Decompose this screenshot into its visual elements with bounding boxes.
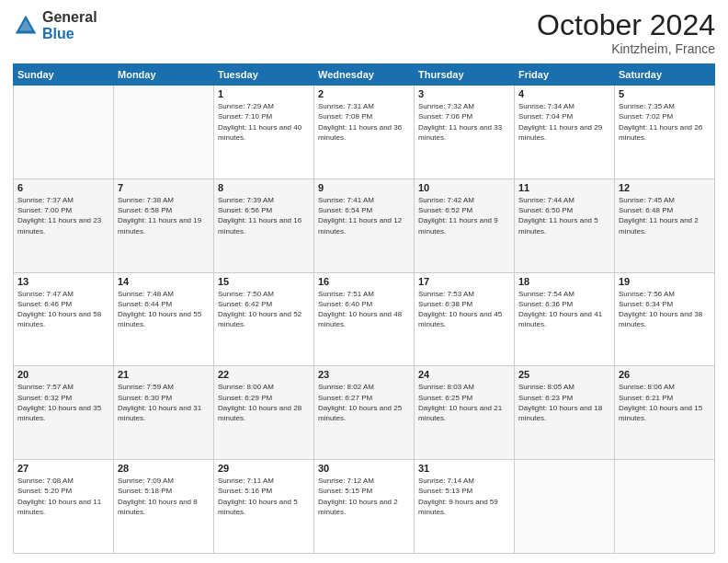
day-info: Sunrise: 8:00 AMSunset: 6:29 PMDaylight:… xyxy=(218,382,310,423)
calendar-cell xyxy=(14,86,114,179)
month-title: October 2024 xyxy=(537,9,715,41)
header: General Blue October 2024 Kintzheim, Fra… xyxy=(13,9,715,56)
day-info: Sunrise: 7:48 AMSunset: 6:44 PMDaylight:… xyxy=(118,289,210,330)
day-number: 14 xyxy=(118,276,210,287)
calendar-cell: 29Sunrise: 7:11 AMSunset: 5:16 PMDayligh… xyxy=(214,460,314,554)
day-info: Sunrise: 7:37 AMSunset: 7:00 PMDaylight:… xyxy=(17,195,109,236)
logo: General Blue xyxy=(13,9,97,41)
calendar-week-row: 1Sunrise: 7:29 AMSunset: 7:10 PMDaylight… xyxy=(14,86,715,179)
col-wednesday: Wednesday xyxy=(314,64,415,86)
calendar-cell: 27Sunrise: 7:08 AMSunset: 5:20 PMDayligh… xyxy=(14,460,114,554)
day-info: Sunrise: 7:29 AMSunset: 7:10 PMDaylight:… xyxy=(218,101,310,143)
logo-text: General Blue xyxy=(42,9,97,41)
day-info: Sunrise: 7:50 AMSunset: 6:42 PMDaylight:… xyxy=(218,289,310,330)
calendar-cell xyxy=(114,86,214,179)
day-info: Sunrise: 7:38 AMSunset: 6:58 PMDaylight:… xyxy=(118,195,210,236)
day-number: 25 xyxy=(518,369,610,380)
day-info: Sunrise: 7:12 AMSunset: 5:15 PMDaylight:… xyxy=(318,476,410,517)
calendar-cell: 5Sunrise: 7:35 AMSunset: 7:02 PMDaylight… xyxy=(615,86,715,179)
day-number: 31 xyxy=(418,463,510,474)
col-monday: Monday xyxy=(114,64,214,86)
day-info: Sunrise: 7:51 AMSunset: 6:40 PMDaylight:… xyxy=(318,289,410,330)
day-info: Sunrise: 7:47 AMSunset: 6:46 PMDaylight:… xyxy=(17,289,109,330)
day-info: Sunrise: 7:31 AMSunset: 7:08 PMDaylight:… xyxy=(318,101,410,143)
day-number: 28 xyxy=(118,463,210,474)
calendar-cell xyxy=(615,460,715,554)
calendar-cell: 2Sunrise: 7:31 AMSunset: 7:08 PMDaylight… xyxy=(314,86,415,179)
day-number: 29 xyxy=(218,463,310,474)
day-number: 8 xyxy=(218,182,310,193)
day-number: 1 xyxy=(218,88,310,99)
day-info: Sunrise: 8:02 AMSunset: 6:27 PMDaylight:… xyxy=(318,382,410,423)
calendar-cell: 13Sunrise: 7:47 AMSunset: 6:46 PMDayligh… xyxy=(14,272,114,366)
day-number: 13 xyxy=(17,276,109,287)
day-info: Sunrise: 7:08 AMSunset: 5:20 PMDaylight:… xyxy=(17,476,109,517)
calendar-cell: 10Sunrise: 7:42 AMSunset: 6:52 PMDayligh… xyxy=(415,178,515,272)
day-number: 12 xyxy=(619,182,711,193)
calendar-cell: 17Sunrise: 7:53 AMSunset: 6:38 PMDayligh… xyxy=(415,272,515,366)
day-info: Sunrise: 7:42 AMSunset: 6:52 PMDaylight:… xyxy=(418,195,510,236)
calendar-cell: 19Sunrise: 7:56 AMSunset: 6:34 PMDayligh… xyxy=(615,272,715,366)
day-info: Sunrise: 7:14 AMSunset: 5:13 PMDaylight:… xyxy=(418,476,510,517)
logo-icon xyxy=(13,13,39,39)
day-number: 21 xyxy=(118,369,210,380)
day-info: Sunrise: 8:06 AMSunset: 6:21 PMDaylight:… xyxy=(619,382,711,423)
day-info: Sunrise: 7:41 AMSunset: 6:54 PMDaylight:… xyxy=(318,195,410,236)
day-number: 7 xyxy=(118,182,210,193)
calendar-cell: 20Sunrise: 7:57 AMSunset: 6:32 PMDayligh… xyxy=(14,366,114,460)
day-number: 5 xyxy=(619,88,711,99)
calendar-cell: 24Sunrise: 8:03 AMSunset: 6:25 PMDayligh… xyxy=(415,366,515,460)
day-number: 10 xyxy=(418,182,510,193)
day-number: 23 xyxy=(318,369,410,380)
day-number: 20 xyxy=(17,369,109,380)
calendar-cell: 18Sunrise: 7:54 AMSunset: 6:36 PMDayligh… xyxy=(515,272,615,366)
calendar-cell: 3Sunrise: 7:32 AMSunset: 7:06 PMDaylight… xyxy=(415,86,515,179)
day-number: 2 xyxy=(318,88,410,99)
calendar-cell: 12Sunrise: 7:45 AMSunset: 6:48 PMDayligh… xyxy=(615,178,715,272)
day-info: Sunrise: 8:05 AMSunset: 6:23 PMDaylight:… xyxy=(518,382,610,423)
calendar-cell: 14Sunrise: 7:48 AMSunset: 6:44 PMDayligh… xyxy=(114,272,214,366)
calendar-cell: 26Sunrise: 8:06 AMSunset: 6:21 PMDayligh… xyxy=(615,366,715,460)
calendar-cell xyxy=(515,460,615,554)
calendar-week-row: 20Sunrise: 7:57 AMSunset: 6:32 PMDayligh… xyxy=(14,366,715,460)
day-number: 27 xyxy=(17,463,109,474)
calendar-cell: 11Sunrise: 7:44 AMSunset: 6:50 PMDayligh… xyxy=(515,178,615,272)
day-number: 6 xyxy=(17,182,109,193)
calendar-cell: 8Sunrise: 7:39 AMSunset: 6:56 PMDaylight… xyxy=(214,178,314,272)
day-info: Sunrise: 8:03 AMSunset: 6:25 PMDaylight:… xyxy=(418,382,510,423)
calendar-cell: 15Sunrise: 7:50 AMSunset: 6:42 PMDayligh… xyxy=(214,272,314,366)
day-number: 3 xyxy=(418,88,510,99)
day-info: Sunrise: 7:59 AMSunset: 6:30 PMDaylight:… xyxy=(118,382,210,423)
calendar-week-row: 27Sunrise: 7:08 AMSunset: 5:20 PMDayligh… xyxy=(14,460,715,554)
calendar-cell: 6Sunrise: 7:37 AMSunset: 7:00 PMDaylight… xyxy=(14,178,114,272)
calendar-cell: 28Sunrise: 7:09 AMSunset: 5:18 PMDayligh… xyxy=(114,460,214,554)
calendar-cell: 23Sunrise: 8:02 AMSunset: 6:27 PMDayligh… xyxy=(314,366,415,460)
calendar-cell: 30Sunrise: 7:12 AMSunset: 5:15 PMDayligh… xyxy=(314,460,415,554)
location-subtitle: Kintzheim, France xyxy=(537,41,715,56)
day-number: 26 xyxy=(619,369,711,380)
calendar-week-row: 6Sunrise: 7:37 AMSunset: 7:00 PMDaylight… xyxy=(14,178,715,272)
col-sunday: Sunday xyxy=(14,64,114,86)
day-info: Sunrise: 7:09 AMSunset: 5:18 PMDaylight:… xyxy=(118,476,210,517)
col-thursday: Thursday xyxy=(415,64,515,86)
day-info: Sunrise: 7:44 AMSunset: 6:50 PMDaylight:… xyxy=(518,195,610,236)
logo-general-text: General xyxy=(42,9,97,26)
col-friday: Friday xyxy=(515,64,615,86)
calendar-cell: 16Sunrise: 7:51 AMSunset: 6:40 PMDayligh… xyxy=(314,272,415,366)
day-number: 16 xyxy=(318,276,410,287)
day-number: 19 xyxy=(619,276,711,287)
day-info: Sunrise: 7:34 AMSunset: 7:04 PMDaylight:… xyxy=(518,101,610,143)
calendar-week-row: 13Sunrise: 7:47 AMSunset: 6:46 PMDayligh… xyxy=(14,272,715,366)
day-info: Sunrise: 7:57 AMSunset: 6:32 PMDaylight:… xyxy=(17,382,109,423)
day-info: Sunrise: 7:53 AMSunset: 6:38 PMDaylight:… xyxy=(418,289,510,330)
calendar-cell: 22Sunrise: 8:00 AMSunset: 6:29 PMDayligh… xyxy=(214,366,314,460)
day-number: 15 xyxy=(218,276,310,287)
title-block: October 2024 Kintzheim, France xyxy=(537,9,715,56)
day-number: 11 xyxy=(518,182,610,193)
col-saturday: Saturday xyxy=(615,64,715,86)
day-number: 4 xyxy=(518,88,610,99)
page: General Blue October 2024 Kintzheim, Fra… xyxy=(0,0,728,563)
day-info: Sunrise: 7:45 AMSunset: 6:48 PMDaylight:… xyxy=(619,195,711,236)
day-number: 17 xyxy=(418,276,510,287)
day-number: 9 xyxy=(318,182,410,193)
